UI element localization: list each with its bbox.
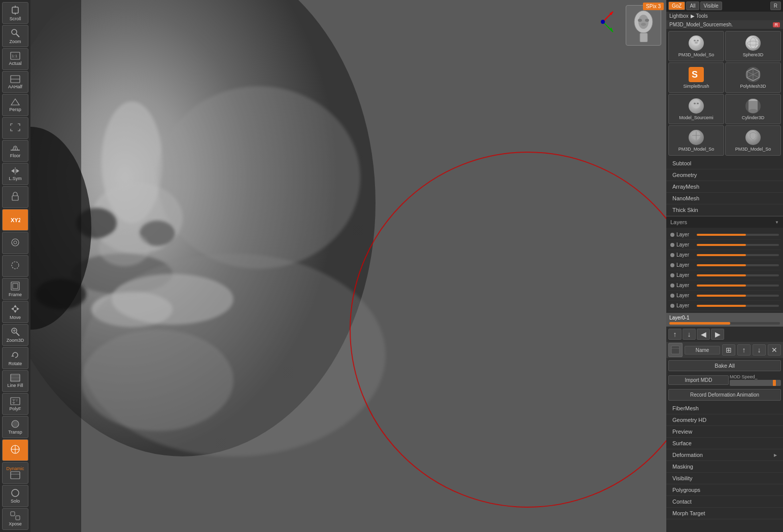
canvas-area[interactable]: SPix 3 <box>30 0 666 532</box>
layer-delete-btn[interactable]: ✕ <box>768 344 781 356</box>
transp-tool[interactable]: Transp <box>2 416 28 438</box>
lsym-tool[interactable]: L.Sym <box>2 163 28 185</box>
layer-slider-6[interactable] <box>697 285 779 287</box>
rotate2-tool[interactable] <box>2 255 28 277</box>
svg-marker-23 <box>14 310 17 313</box>
rotate-tool[interactable]: Rotate <box>2 347 28 369</box>
layer-dot-7 <box>670 294 674 298</box>
move-tool[interactable]: Move <box>2 301 28 323</box>
menu-fibermesh[interactable]: FiberMesh <box>666 403 783 414</box>
mod-speed-slider[interactable] <box>730 380 781 386</box>
layer-slider-2[interactable] <box>697 244 779 246</box>
all-button[interactable]: All <box>686 2 699 10</box>
tool-grid: PM3D_Model_So Sphere3D S SimpleBrush Pol… <box>666 29 783 158</box>
xyz-tool[interactable]: XYZ <box>2 209 28 231</box>
rotate1-tool[interactable] <box>2 232 28 254</box>
tool-sphere3d[interactable]: Sphere3D <box>725 31 781 61</box>
scroll-tool[interactable]: Scroll <box>2 2 28 24</box>
menu-arraymesh[interactable]: ArrayMesh <box>666 181 783 193</box>
lock-tool[interactable] <box>2 186 28 208</box>
svg-point-18 <box>14 241 17 244</box>
svg-point-75 <box>641 23 646 26</box>
tool-pm3d-model-v2[interactable]: PM3D_Model_So <box>668 125 724 156</box>
aahalf-tool[interactable]: AAHalf <box>2 71 28 93</box>
goz-button[interactable]: GoZ <box>668 2 685 10</box>
bake-all-button[interactable]: Bake All <box>668 360 781 371</box>
menu-nanomesh[interactable]: NanoMesh <box>666 193 783 204</box>
import-mdd-button[interactable]: Import MDD <box>668 375 729 385</box>
menu-polygroups[interactable]: Polygroups <box>666 484 783 496</box>
layer-row-5[interactable]: Layer <box>668 270 781 280</box>
layer-slider-8[interactable] <box>697 305 779 307</box>
menu-geometry-hd[interactable]: Geometry HD <box>666 414 783 426</box>
tool-pm3d-model-v3[interactable]: PM3D_Model_So <box>725 125 781 156</box>
menu-contact[interactable]: Contact <box>666 496 783 508</box>
zoom3d-tool[interactable]: Zoom3D <box>2 324 28 346</box>
svg-text:XYZ: XYZ <box>11 217 20 223</box>
svg-point-73 <box>638 19 642 22</box>
tool-cylinder3d[interactable]: Cylinder3D <box>725 94 781 124</box>
linefill-tool[interactable]: Line Fill <box>2 370 28 392</box>
menu-geometry[interactable]: Geometry <box>666 169 783 181</box>
layer-up-btn[interactable]: ↑ <box>668 329 682 340</box>
layer-slider-5[interactable] <box>697 274 779 276</box>
actual-tool[interactable]: 1:1 Actual <box>2 48 28 70</box>
panel-top-buttons: GoZ All Visible R <box>666 0 783 12</box>
layer-left-btn[interactable]: ◀ <box>697 329 710 340</box>
tool-pm3d-model[interactable]: PM3D_Model_So <box>668 31 724 61</box>
canvas-svg <box>30 0 666 532</box>
menu-masking[interactable]: Masking <box>666 461 783 473</box>
dynamic-tool[interactable]: Dynamic <box>2 462 28 484</box>
layer-row-1[interactable]: Layer <box>668 230 781 240</box>
menu-subtool[interactable]: Subtool <box>666 158 783 169</box>
menu-morph-target[interactable]: Morph Target <box>666 508 783 519</box>
menu-deformation[interactable]: Deformation ▶ <box>666 449 783 461</box>
deformation-chevron: ▶ <box>774 453 777 457</box>
floor-tool[interactable]: Floor <box>2 140 28 162</box>
menu-preview[interactable]: Preview <box>666 426 783 438</box>
persp-tool[interactable]: Persp <box>2 94 28 116</box>
r-button[interactable]: R <box>770 2 781 10</box>
svg-line-13 <box>16 146 18 150</box>
menu-visibility[interactable]: Visibility <box>666 473 783 484</box>
expand-tool[interactable] <box>2 117 28 139</box>
record-deformation-button[interactable]: Record Deformation Animation <box>668 389 781 401</box>
layer-row-7[interactable]: Layer <box>668 291 781 301</box>
lightbox-link[interactable]: Lightbox <box>669 13 689 19</box>
layer-row-8[interactable]: Layer <box>668 301 781 311</box>
menu-surface[interactable]: Surface <box>666 438 783 449</box>
tool-label-8: PM3D_Model_So <box>735 147 771 152</box>
menu-thick-skin[interactable]: Thick Skin <box>666 204 783 216</box>
layer-up2-btn[interactable]: ↑ <box>737 344 751 356</box>
layer-row-3[interactable]: Layer <box>668 250 781 260</box>
layer-row-6[interactable]: Layer <box>668 280 781 291</box>
layer-name-button[interactable]: Name <box>685 346 720 354</box>
layer-down-btn[interactable]: ↓ <box>683 329 696 340</box>
layer-slider-4[interactable] <box>697 264 779 266</box>
layer-row-2[interactable]: Layer <box>668 240 781 250</box>
layer-name-5: Layer <box>676 272 695 278</box>
model-name[interactable]: PM3D_Model_Sourcemesh. <box>669 22 773 27</box>
xpose-tool[interactable]: Xpose <box>2 508 28 530</box>
svg-point-77 <box>692 37 700 46</box>
layer-grid-btn[interactable]: ⊞ <box>722 344 735 356</box>
tool-model-sourcemi[interactable]: Model_Sourcemi <box>668 94 724 124</box>
solo-tool[interactable]: Solo <box>2 485 28 507</box>
visible-button[interactable]: Visible <box>700 2 722 10</box>
head-thumbnail[interactable] <box>626 5 661 46</box>
layers-section-header[interactable]: Layers ▼ <box>666 216 783 228</box>
frame-tool[interactable]: Frame <box>2 278 28 300</box>
layer-row-4[interactable]: Layer <box>668 260 781 270</box>
polyf-tool[interactable]: PolyF <box>2 393 28 415</box>
layer-right-btn[interactable]: ▶ <box>711 329 724 340</box>
zoom-tool[interactable]: Zoom <box>2 25 28 47</box>
layer-slider-3[interactable] <box>697 254 779 256</box>
tool-polymesh3d[interactable]: PolyMesh3D <box>725 62 781 93</box>
tools-link[interactable]: ▶ Tools <box>691 13 708 19</box>
gizmo-tool[interactable] <box>2 439 28 461</box>
tool-simplebrush[interactable]: S SimpleBrush <box>668 62 724 93</box>
layer-slider-1[interactable] <box>697 234 779 236</box>
svg-text:S: S <box>692 69 698 80</box>
layer-down2-btn[interactable]: ↓ <box>753 344 766 356</box>
layer-slider-7[interactable] <box>697 295 779 297</box>
